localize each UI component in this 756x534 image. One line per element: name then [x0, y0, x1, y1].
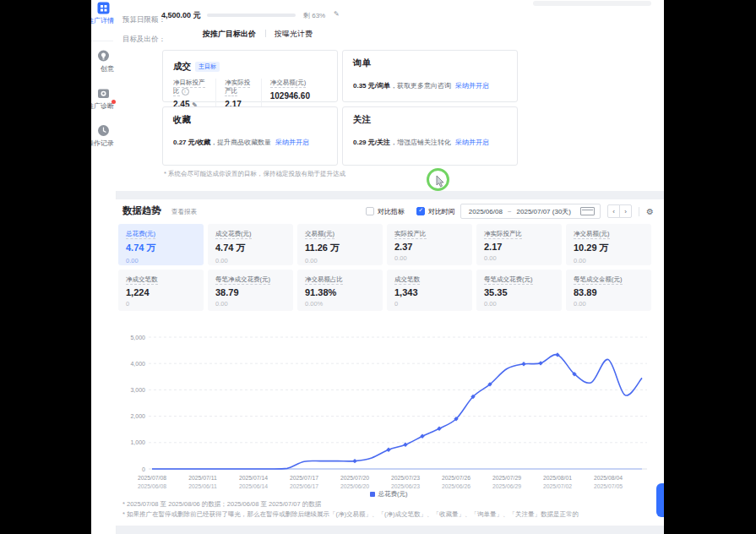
- trend-metric-value: 4.74 万: [126, 242, 196, 254]
- goal-card-inquiry[interactable]: 询单 0.35 元/询单，获取更多意向咨询采纳并开启: [342, 50, 518, 102]
- trend-metric-card-7[interactable]: 净成交笔数1,2240: [118, 270, 204, 311]
- next-period-button[interactable]: ›: [619, 204, 632, 218]
- trend-metric-compare-value: 0.00: [574, 300, 644, 308]
- info-icon[interactable]: i: [182, 88, 189, 95]
- floating-action-tab[interactable]: [656, 483, 664, 517]
- sidebar-item-1[interactable]: 推广详情: [91, 0, 116, 37]
- trend-metric-card-1[interactable]: 总花费(元)4.74 万0.00: [118, 224, 204, 265]
- adopt-enable-link[interactable]: 采纳并开启: [275, 139, 309, 146]
- trend-metric-card-3[interactable]: 交易额(元)11.26 万0.00: [297, 224, 383, 265]
- legend-label: 总花费(元): [378, 490, 408, 498]
- goal-card-follow[interactable]: 关注 0.29 元/关注，增强店铺关注转化采纳并开启: [342, 106, 518, 166]
- daily-budget-value: 4,500.00 元: [161, 10, 201, 21]
- view-report-link[interactable]: 查看报表: [171, 208, 197, 216]
- trend-metric-compare-value: 0.00: [305, 257, 375, 264]
- trend-metric-label: 总花费(元): [126, 230, 155, 239]
- svg-text:2025/06/23: 2025/06/23: [391, 483, 420, 489]
- trend-metric-card-5[interactable]: 净实际投产比2.170.00: [476, 224, 562, 265]
- compare-metric-checkbox[interactable]: [366, 207, 374, 215]
- metric-label: 净目标投产比: [173, 79, 205, 96]
- svg-text:2025/07/11: 2025/07/11: [188, 475, 217, 481]
- tab-bid-by-impression[interactable]: 按曝光计费: [275, 30, 313, 38]
- chart-legend: 总花费(元): [118, 490, 659, 499]
- trend-metric-value: 11.26 万: [305, 242, 375, 254]
- trend-metric-label: 每笔成交金额(元): [574, 275, 623, 285]
- svg-text:5,000: 5,000: [130, 335, 145, 341]
- trend-metric-card-10[interactable]: 成交笔数1,3430: [387, 270, 472, 311]
- daily-budget-label: 预算日限额：: [122, 15, 166, 24]
- goal-card-title: 关注: [353, 114, 507, 126]
- trend-metric-card-11[interactable]: 每笔成交花费(元)35.350.00: [476, 270, 562, 311]
- svg-text:3,000: 3,000: [130, 387, 145, 393]
- trend-metric-card-2[interactable]: 成交花费(元)4.74 万0.00: [208, 224, 293, 265]
- trend-metric-label: 每笔净成交花费(元): [215, 275, 270, 285]
- trend-metric-card-6[interactable]: 净交易额(元)10.29 万0.00: [566, 224, 651, 265]
- goal-price: 0.29 元/关注: [353, 139, 390, 146]
- controls-divider: [639, 207, 639, 216]
- trend-metric-value: 2.37: [394, 242, 465, 252]
- metric-value: 102946.60: [270, 91, 310, 101]
- adopt-enable-link[interactable]: 采纳并开启: [455, 139, 489, 146]
- svg-text:2025/07/02: 2025/07/02: [543, 483, 572, 489]
- gear-icon[interactable]: ⚙: [646, 207, 654, 216]
- svg-text:2,000: 2,000: [130, 413, 145, 419]
- daily-budget-row: 预算日限额： 4,500.00 元 剩 63% ✎: [122, 10, 655, 22]
- trend-chart[interactable]: 01,0002,0003,0004,0005,0002025/07/082025…: [118, 323, 659, 492]
- compare-date-range-input[interactable]: 2025/06/08 ~ 2025/07/07 (30天): [460, 204, 601, 219]
- date-start: 2025/06/08: [466, 208, 505, 215]
- edit-budget-icon[interactable]: ✎: [334, 10, 340, 18]
- chart-footnote-1: * 2025/07/08 至 2025/08/06 的数据；2025/06/08…: [122, 500, 321, 509]
- trend-metric-value: 4.74 万: [215, 242, 286, 254]
- svg-text:2025/07/08: 2025/07/08: [138, 475, 166, 481]
- line-chart-svg: 01,0002,0003,0004,0005,0002025/07/082025…: [118, 323, 659, 492]
- svg-text:1,000: 1,000: [130, 439, 145, 445]
- trend-metric-label: 净成交笔数: [126, 275, 158, 285]
- trend-metric-compare-value: 0.00: [574, 257, 644, 264]
- date-end: 2025/07/07 (30天): [514, 207, 574, 216]
- sidebar-item-label: 操作记录: [91, 139, 114, 148]
- prev-period-button[interactable]: ‹: [607, 204, 620, 218]
- goal-metric: 净交易额(元) 102946.60: [270, 79, 318, 109]
- svg-text:2025/07/14: 2025/07/14: [239, 475, 268, 481]
- goal-card-favorite[interactable]: 收藏 0.27 元/收藏，提升商品收藏数量采纳并开启: [162, 106, 338, 166]
- goal-cards: 成交主目标 净目标投产比i 2.45 ✎ 净实际投产比 2.17 净交易额(元)…: [162, 50, 518, 166]
- trend-metric-label: 净交易额占比: [305, 275, 343, 285]
- sidebar-item-2[interactable]: 创意: [91, 48, 116, 85]
- goal-price: 0.35 元/询单: [353, 82, 390, 90]
- trend-metric-compare-value: 0.00: [215, 300, 286, 308]
- svg-text:2025/06/26: 2025/06/26: [442, 483, 470, 489]
- app-window: 推广详情创意推广诊断操作记录 预算日限额： 4,500.00 元 剩 63% ✎…: [91, 0, 664, 534]
- trend-metric-card-9[interactable]: 净交易额占比91.38%0.00%: [297, 270, 383, 311]
- goal-card-deal[interactable]: 成交主目标 净目标投产比i 2.45 ✎ 净实际投产比 2.17 净交易额(元)…: [162, 50, 338, 102]
- trend-metric-label: 实际投产比: [394, 230, 427, 239]
- goal-card-title: 收藏: [173, 114, 327, 126]
- trend-metric-label: 每笔成交花费(元): [484, 275, 533, 285]
- tab-divider: [265, 30, 266, 37]
- trend-metric-value: 38.79: [215, 287, 286, 297]
- goal-note: * 系统会尽可能达成你设置的目标，保持稳定投放有助于提升达成: [164, 170, 345, 178]
- svg-text:2025/08/04: 2025/08/04: [594, 475, 623, 481]
- sidebar: 推广详情创意推广诊断操作记录: [91, 0, 117, 534]
- trend-metric-value: 1,224: [126, 287, 196, 297]
- svg-text:2025/07/17: 2025/07/17: [290, 475, 318, 481]
- compare-time-checkbox[interactable]: [416, 207, 425, 215]
- sidebar-item-3[interactable]: 推广诊断: [91, 85, 116, 123]
- compare-time-label: 对比时间: [428, 207, 455, 216]
- svg-text:2025/06/29: 2025/06/29: [492, 483, 521, 489]
- trend-metric-compare-value: 0.00: [394, 254, 465, 262]
- trend-metric-card-4[interactable]: 实际投产比2.370.00: [387, 224, 472, 265]
- trend-metric-label: 成交笔数: [394, 275, 420, 285]
- trend-metric-card-12[interactable]: 每笔成交金额(元)83.890.00: [566, 270, 651, 311]
- trend-metric-card-8[interactable]: 每笔净成交花费(元)38.790.00: [208, 270, 293, 311]
- trend-metric-value: 2.17: [484, 242, 554, 252]
- svg-text:2025/07/23: 2025/07/23: [391, 475, 420, 481]
- adopt-enable-link[interactable]: 采纳并开启: [455, 82, 489, 90]
- scrollbar-remnant[interactable]: [533, 1, 651, 6]
- budget-progress-bar: [207, 14, 296, 17]
- trend-controls: 对比指标 对比时间 2025/06/08 ~ 2025/07/07 (30天) …: [366, 204, 654, 219]
- tab-bid-by-goal[interactable]: 按推广目标出价: [203, 30, 256, 38]
- trend-metric-compare-value: 0.00: [484, 254, 554, 262]
- sidebar-item-4[interactable]: 操作记录: [91, 123, 116, 160]
- trend-title: 数据趋势: [122, 204, 161, 217]
- svg-text:2025/06/14: 2025/06/14: [239, 483, 268, 489]
